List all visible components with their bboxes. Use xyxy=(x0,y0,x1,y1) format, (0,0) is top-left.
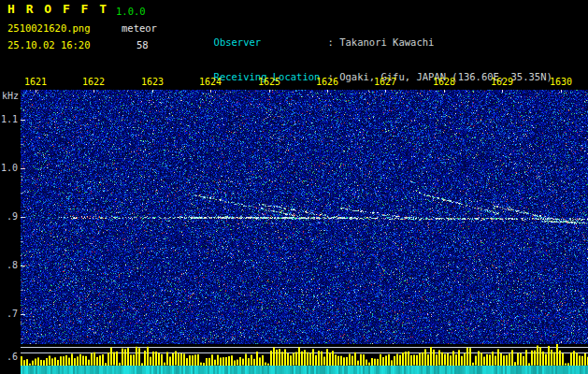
freq-tick-label: 1.1 xyxy=(0,114,18,125)
freq-tick-label: .8 xyxy=(0,260,18,271)
echo-count: 58 xyxy=(136,39,149,50)
time-tick-label: 1621 xyxy=(23,77,48,88)
info-label: Observer xyxy=(214,36,328,48)
freq-tick-label: .7 xyxy=(0,309,18,320)
time-tick-label: 1627 xyxy=(373,77,397,88)
mode-label: meteor xyxy=(122,22,157,34)
time-tick-label: 1624 xyxy=(198,77,222,88)
hrofft-window: H R O F F T 1.0.0 2510021620.png meteor … xyxy=(0,0,588,374)
output-filename: 2510021620.png xyxy=(7,22,91,34)
spectrogram-canvas xyxy=(21,90,588,374)
info-row-location: Receiving Location: Ogaki, Gifu, JAPAN (… xyxy=(166,60,552,72)
freq-tick-label: .6 xyxy=(0,352,18,363)
info-value: : Takanori Kawachi xyxy=(328,36,435,48)
time-tick-label: 1630 xyxy=(549,77,573,88)
time-tick-label: 1623 xyxy=(140,77,165,88)
time-tick-label: 1629 xyxy=(490,77,514,88)
frequency-unit-label: kHz xyxy=(2,91,19,102)
freq-tick-label: 1.0 xyxy=(0,163,18,174)
info-row-observer: Observer: Takanori Kawachi xyxy=(166,25,552,37)
time-tick-label: 1622 xyxy=(81,77,106,88)
app-title: H R O F F T xyxy=(7,4,108,15)
app-version: 1.0.0 xyxy=(116,6,146,17)
time-tick-label: 1628 xyxy=(432,77,456,88)
datetime-label: 25.10.02 16:20 xyxy=(7,39,91,50)
time-tick-label: 1625 xyxy=(257,77,281,88)
time-tick-label: 1626 xyxy=(315,77,339,88)
freq-tick-label: .9 xyxy=(0,211,18,223)
